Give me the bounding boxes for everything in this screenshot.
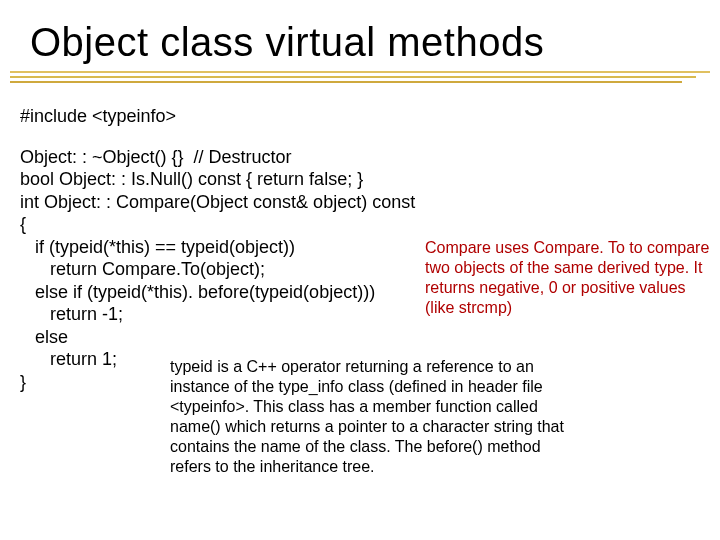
slide-body: #include <typeinfo> Object: : ~Object() … [20,105,700,393]
include-directive: #include <typeinfo> [20,105,700,128]
slide-title-wrap: Object class virtual methods [30,20,690,65]
note-compare: Compare uses Compare. To to compare two … [425,238,715,318]
note-typeid: typeid is a C++ operator returning a ref… [170,357,570,477]
slide-title: Object class virtual methods [30,20,690,65]
title-underline [10,68,710,82]
